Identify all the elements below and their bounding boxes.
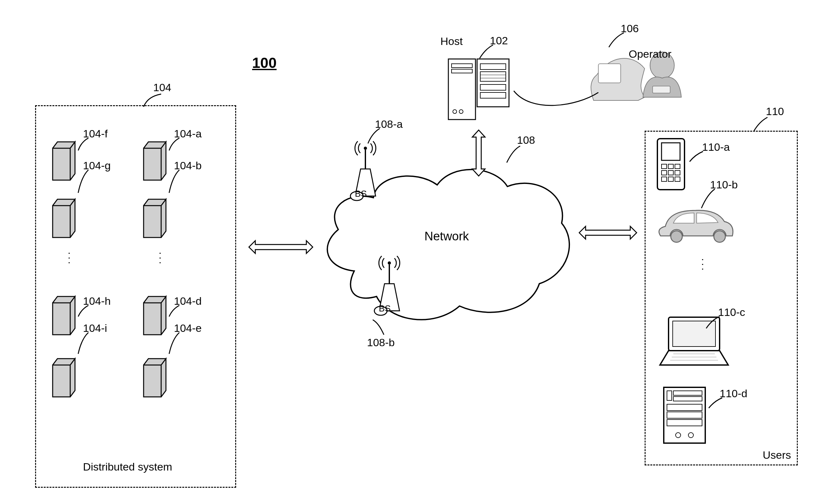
car-icon [653,204,736,249]
server-node [51,140,76,182]
leader-line [367,127,381,145]
ellipsis-dots: ··· [697,258,709,273]
svg-rect-23 [662,164,667,169]
user-ref-c: 110-c [718,306,745,319]
server-node [142,140,168,182]
network-ref: 108 [517,134,535,146]
svg-rect-0 [448,59,476,120]
host-server-icon [445,49,512,126]
bs-b-ref: 108-b [367,336,395,349]
svg-rect-29 [662,177,667,181]
leader-line [168,304,181,317]
svg-rect-40 [667,391,672,400]
leader-line [506,145,522,164]
leader-line [168,169,181,195]
server-node [51,295,76,336]
leader-line [77,169,90,195]
svg-rect-41 [673,391,702,395]
dist-box-ref: 104 [153,81,171,94]
leader-line [689,150,705,163]
double-arrow [246,237,316,257]
leader-line-104 [142,92,164,108]
svg-rect-7 [480,72,506,81]
svg-rect-10 [480,85,506,90]
users-box-label: Users [763,449,791,461]
leader-line [77,137,90,151]
svg-rect-2 [451,69,472,73]
svg-point-33 [714,231,725,242]
svg-point-18 [388,262,391,265]
leader-line [168,137,181,151]
svg-rect-43 [667,404,702,411]
svg-rect-1 [451,64,472,68]
server-node [142,198,168,239]
user-server-icon [662,386,707,445]
svg-rect-6 [480,64,506,70]
bs-label-b: BS [379,304,391,314]
operator-label: Operator [629,48,671,60]
svg-rect-22 [662,143,680,160]
ellipsis-dots: ··· [155,252,167,266]
users-box-ref: 110 [766,105,784,118]
server-node [51,198,76,239]
svg-rect-24 [668,164,673,169]
svg-rect-26 [662,170,667,175]
figure-number: 100 [252,54,277,71]
user-ref-a: 110-a [702,141,730,153]
leader-line [705,316,721,330]
leader-line [708,397,724,410]
server-node [142,295,168,336]
svg-rect-27 [668,170,673,175]
svg-point-32 [671,231,682,242]
leader-line [77,304,90,317]
bs-label-a: BS [355,189,367,199]
user-ref-d: 110-d [720,387,747,400]
leader-line [168,331,181,356]
phone-icon [656,137,686,191]
leader-line [608,32,626,49]
double-arrow-vertical [469,127,488,179]
svg-rect-25 [675,164,680,169]
network-label: Network [424,230,469,243]
leader-line [753,116,769,132]
svg-rect-28 [675,170,680,175]
svg-rect-42 [673,397,702,401]
ellipsis-dots: ··· [64,252,75,266]
dist-box-label: Distributed system [83,461,172,473]
svg-rect-45 [667,419,702,426]
svg-rect-14 [653,86,670,93]
leader-line [479,44,495,60]
svg-rect-30 [668,177,673,181]
svg-rect-44 [667,412,702,418]
connector-line [512,88,601,113]
leader-line [372,319,386,336]
host-label: Host [440,35,463,48]
server-node [142,357,168,398]
leader-line [77,331,90,356]
leader-line [700,188,716,211]
svg-rect-11 [480,92,506,98]
double-arrow [576,223,640,242]
svg-rect-12 [598,64,621,83]
svg-rect-31 [675,177,680,181]
svg-point-15 [364,147,367,150]
server-node [51,357,76,398]
